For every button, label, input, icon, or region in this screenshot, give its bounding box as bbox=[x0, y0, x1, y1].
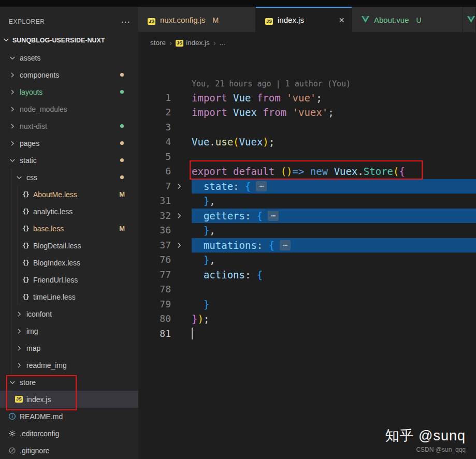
braces-icon: {} bbox=[21, 191, 30, 198]
editor-area: JSnuxt.config.jsMJSindex.js×About.vueU s… bbox=[138, 7, 476, 459]
tree-file-blogindex-less[interactable]: {}BlogIndex.less bbox=[0, 254, 138, 271]
fold-collapsed-icon[interactable] bbox=[171, 238, 192, 253]
tree-folder-nuxt-dist[interactable]: nuxt-dist bbox=[0, 117, 138, 135]
line-number: 32 bbox=[138, 209, 171, 224]
tab-partial[interactable] bbox=[463, 7, 476, 32]
breadcrumb-item-store[interactable]: store bbox=[150, 39, 166, 47]
code-text: import Vuex from 'vuex'; bbox=[192, 105, 476, 120]
folded-region-ellipsis: ⋯ bbox=[280, 240, 291, 250]
tree-file-friendurl-less[interactable]: {}FriendUrl.less bbox=[0, 271, 138, 288]
tab-label: nuxt.config.js bbox=[160, 16, 206, 24]
code-text: export default ()=> new Vuex.Store({ bbox=[192, 164, 476, 179]
breadcrumb-item-index-js[interactable]: JSindex.js bbox=[176, 38, 210, 47]
braces-icon: {} bbox=[21, 293, 30, 301]
chevron-right-icon bbox=[8, 106, 17, 113]
code-line-2[interactable]: 2import Vuex from 'vuex'; bbox=[138, 105, 476, 120]
title-bar bbox=[0, 0, 476, 7]
chevron-right-icon bbox=[15, 362, 23, 369]
code-line-76[interactable]: 76 }, bbox=[138, 253, 476, 268]
code-text bbox=[192, 282, 476, 297]
info-icon bbox=[8, 412, 17, 420]
tree-item-label: readme_img bbox=[26, 361, 67, 369]
code-line-36[interactable]: 36 }, bbox=[138, 223, 476, 238]
tree-item-label: BlogIndex.less bbox=[33, 259, 80, 267]
code-line-3[interactable]: 3 bbox=[138, 120, 476, 135]
git-status-badge: M bbox=[119, 190, 125, 198]
tree-item-label: layouts bbox=[20, 88, 42, 96]
tab-label: About.vue bbox=[374, 16, 409, 24]
tree-item-label: static bbox=[20, 156, 37, 165]
code-text bbox=[192, 150, 476, 165]
braces-icon: {} bbox=[21, 242, 30, 249]
code-line-37[interactable]: 37 mutations: {⋯ bbox=[138, 238, 476, 253]
tree-item-label: pages bbox=[20, 139, 39, 147]
code-line-78[interactable]: 78 bbox=[138, 282, 476, 297]
code-line-80[interactable]: 80}); bbox=[138, 312, 476, 327]
more-actions-icon[interactable]: ⋯ bbox=[121, 18, 131, 26]
fold-collapsed-icon[interactable] bbox=[171, 179, 192, 194]
chevron-down-icon bbox=[15, 174, 23, 181]
git-status-badge: M bbox=[213, 16, 219, 24]
tree-folder-assets[interactable]: assets bbox=[0, 49, 138, 66]
code-line-6[interactable]: 6export default ()=> new Vuex.Store({ bbox=[138, 164, 476, 179]
explorer-title: EXPLORER bbox=[9, 18, 121, 25]
git-status-dot bbox=[120, 141, 124, 145]
tab-about-vue[interactable]: About.vueU bbox=[352, 7, 463, 32]
js-icon: JS bbox=[265, 16, 273, 25]
code-text: state: {⋯ bbox=[192, 179, 476, 194]
tree-item-label: FriendUrl.less bbox=[33, 276, 78, 284]
code-line-81[interactable]: 81 bbox=[138, 327, 476, 342]
code-line-77[interactable]: 77 actions: { bbox=[138, 268, 476, 283]
tree-folder-layouts[interactable]: layouts bbox=[0, 83, 138, 100]
code-editor[interactable]: You, 21 hours ago | 1 author (You) 1impo… bbox=[138, 53, 476, 459]
ignore-icon bbox=[8, 447, 17, 454]
tree-folder-store[interactable]: store bbox=[0, 374, 138, 391]
tree-file-blogdetail-less[interactable]: {}BlogDetail.less bbox=[0, 237, 138, 254]
line-number: 78 bbox=[138, 282, 171, 297]
tree-file-base-less[interactable]: {}base.lessM bbox=[0, 220, 138, 237]
git-status-dot bbox=[120, 158, 124, 162]
tab-index-js[interactable]: JSindex.js× bbox=[256, 7, 352, 32]
code-line-7[interactable]: 7 state: {⋯ bbox=[138, 179, 476, 194]
file-tree: assetscomponentslayoutsnode_modulesnuxt-… bbox=[0, 49, 138, 459]
chevron-right-icon bbox=[15, 310, 23, 318]
tree-item-label: css bbox=[26, 173, 37, 182]
tree-folder-iconfont[interactable]: iconfont bbox=[0, 305, 138, 322]
tab-nuxt-config-js[interactable]: JSnuxt.config.jsM bbox=[138, 7, 256, 32]
git-status-dot bbox=[120, 90, 124, 94]
tree-file-editorconfig[interactable]: .editorconfig bbox=[0, 425, 138, 442]
fold-collapsed-icon[interactable] bbox=[171, 209, 192, 224]
chevron-down-icon bbox=[8, 157, 17, 164]
close-tab-icon[interactable]: × bbox=[333, 15, 344, 25]
tree-folder-css[interactable]: css bbox=[0, 169, 138, 186]
tree-file-index-js[interactable]: JSindex.js bbox=[0, 391, 138, 408]
code-line-79[interactable]: 79 } bbox=[138, 297, 476, 312]
line-number: 81 bbox=[138, 327, 171, 342]
tree-folder-static[interactable]: static bbox=[0, 152, 138, 169]
tree-file-analytic-less[interactable]: {}analytic.less bbox=[0, 203, 138, 220]
tree-file-timeline-less[interactable]: {}timeLine.less bbox=[0, 288, 138, 305]
tree-file-gitignore[interactable]: .gitignore bbox=[0, 442, 138, 459]
tree-folder-img[interactable]: img bbox=[0, 322, 138, 339]
vue-icon bbox=[467, 16, 475, 24]
code-line-1[interactable]: 1import Vue from 'vue'; bbox=[138, 91, 476, 106]
code-line-31[interactable]: 31 }, bbox=[138, 194, 476, 209]
breadcrumb-item-item[interactable]: ... bbox=[220, 39, 225, 47]
tree-folder-pages[interactable]: pages bbox=[0, 135, 138, 152]
code-text: actions: { bbox=[192, 268, 476, 283]
project-section-header[interactable]: SUNQBLOG-USERSIDE-NUXT bbox=[0, 32, 138, 49]
tree-folder-readme-img[interactable]: readme_img bbox=[0, 357, 138, 374]
tree-file-aboutme-less[interactable]: {}AboutMe.lessM bbox=[0, 186, 138, 203]
code-line-32[interactable]: 32 getters: {⋯ bbox=[138, 209, 476, 224]
code-line-5[interactable]: 5 bbox=[138, 150, 476, 165]
code-line-4[interactable]: 4Vue.use(Vuex); bbox=[138, 135, 476, 150]
git-status-dot bbox=[120, 175, 124, 179]
tree-folder-node-modules[interactable]: node_modules bbox=[0, 100, 138, 117]
tree-folder-map[interactable]: map bbox=[0, 339, 138, 357]
tree-file-readme-md[interactable]: README.md bbox=[0, 408, 138, 425]
breadcrumb: store›JSindex.js›... bbox=[138, 32, 476, 53]
tree-folder-components[interactable]: components bbox=[0, 66, 138, 83]
code-text: import Vue from 'vue'; bbox=[192, 91, 476, 106]
line-number: 37 bbox=[138, 238, 171, 253]
explorer-sidebar: EXPLORER ⋯ SUNQBLOG-USERSIDE-NUXT assets… bbox=[0, 7, 138, 459]
